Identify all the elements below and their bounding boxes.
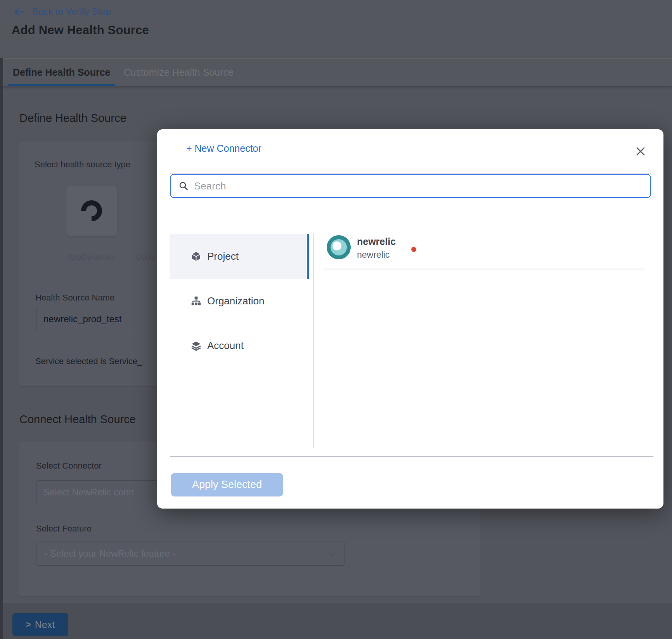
connector-item-newrelic[interactable]: newrelic newrelic xyxy=(327,234,648,260)
back-link-label: Back to Verify Step xyxy=(32,6,111,17)
search-top-hairline xyxy=(170,173,651,174)
define-section-heading: Define Health Source xyxy=(19,112,126,125)
active-scope-bar xyxy=(307,234,309,279)
connect-section-heading: Connect Health Source xyxy=(19,413,136,426)
scope-column: Project Organization Account xyxy=(170,234,309,368)
scope-label: Organization xyxy=(207,295,264,307)
type-label-appdynamics: AppDynamics xyxy=(49,253,134,262)
back-to-verify-link[interactable]: Back to Verify Step xyxy=(13,6,111,17)
feature-placeholder: - Select your NewRelic feature - xyxy=(44,548,176,559)
scope-tab-project[interactable]: Project xyxy=(170,234,309,279)
modal-divider-top xyxy=(170,225,653,225)
next-chevron-icon: > xyxy=(26,620,31,630)
project-cube-icon xyxy=(191,251,201,262)
active-tab-underline xyxy=(8,84,115,86)
new-connector-link[interactable]: + New Connector xyxy=(186,143,262,154)
chevron-down-icon xyxy=(329,550,335,557)
scope-label: Project xyxy=(207,250,239,262)
scope-list-divider xyxy=(313,234,314,448)
select-feature-dropdown[interactable]: - Select your NewRelic feature - xyxy=(36,542,345,566)
search-icon xyxy=(178,181,189,191)
connector-row-divider xyxy=(323,269,646,269)
type-label-google: Goog xyxy=(135,253,154,262)
page-footer: > Next xyxy=(0,603,672,639)
scope-label: Account xyxy=(207,340,244,352)
select-connector-label: Select Connector xyxy=(36,461,102,471)
appdynamics-type-tile[interactable] xyxy=(66,186,117,236)
select-feature-label: Select Feature xyxy=(36,524,92,534)
tab-bar: Define Health Source Customize Health So… xyxy=(0,58,672,86)
connector-list: newrelic newrelic xyxy=(327,234,648,260)
newrelic-logo-icon xyxy=(327,235,351,259)
connector-select-modal: + New Connector Project xyxy=(157,129,663,509)
connector-name: newrelic xyxy=(357,236,396,247)
tab-define-health-source[interactable]: Define Health Source xyxy=(8,59,115,86)
page-header: Back to Verify Step Add New Health Sourc… xyxy=(0,0,672,58)
select-type-label: Select health source type xyxy=(35,160,130,170)
health-source-name-label: Health Source Name xyxy=(35,293,114,303)
page-title: Add New Health Source xyxy=(12,23,149,37)
tab-customize-health-source[interactable]: Customize Health Source xyxy=(118,59,238,86)
back-arrow-icon xyxy=(13,7,25,17)
scope-tab-account[interactable]: Account xyxy=(170,323,309,368)
scope-tab-organization[interactable]: Organization xyxy=(170,279,309,323)
close-icon[interactable] xyxy=(636,146,646,156)
connectivity-status-dot xyxy=(411,247,416,252)
appdynamics-logo-icon xyxy=(77,196,106,226)
service-selected-note: Service selected is Service_ xyxy=(35,356,175,366)
left-edge-rail xyxy=(0,58,3,639)
search-box xyxy=(170,174,651,198)
connector-id: newrelic xyxy=(357,250,396,260)
account-layers-icon xyxy=(191,340,201,351)
modal-divider-bottom xyxy=(170,456,653,457)
apply-selected-button[interactable]: Apply Selected xyxy=(171,473,283,497)
organization-icon xyxy=(191,296,201,306)
next-button[interactable]: > Next xyxy=(12,613,68,636)
search-input[interactable] xyxy=(194,175,650,197)
